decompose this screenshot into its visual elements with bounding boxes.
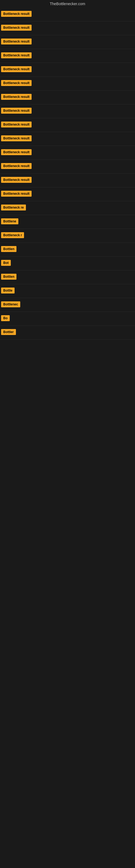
result-row[interactable]: Bottleneck result [0,22,135,35]
result-row[interactable]: Bottleneck result [0,174,135,187]
result-row[interactable]: Bottleneck result [0,91,135,104]
result-row[interactable]: Bottleneck re [0,201,135,215]
bottleneck-badge: Bottleneck result [1,38,32,44]
site-title-text: TheBottlenecker.com [50,2,85,6]
result-row[interactable]: Bottleneck result [0,160,135,174]
result-row[interactable]: Bottleneck result [0,8,135,22]
bottleneck-badge: Bottlenec [1,301,20,307]
bottleneck-badge: Bottlen [1,274,16,280]
bottleneck-badge: Bottleneck result [1,135,32,141]
result-row[interactable]: Bottleneck result [0,77,135,91]
bottleneck-badge: Bottleneck result [1,25,32,31]
bottleneck-badge: Bottleneck r [1,232,24,238]
bottleneck-badge: Bottleneck result [1,191,32,197]
bottleneck-badge: Bottleneck result [1,52,32,58]
bottleneck-badge: Bo [1,315,10,321]
bottleneck-badge: Bottleneck result [1,11,32,17]
result-row[interactable]: Bottleneck result [0,104,135,118]
bottleneck-badge: Bottle [1,287,14,293]
bottleneck-badge: Bottleneck result [1,163,32,169]
result-row[interactable]: Bottlenec [0,298,135,312]
result-row[interactable]: Bottlene [0,215,135,229]
result-row[interactable]: Bottlen [0,243,135,257]
result-row[interactable]: Bottlen [0,271,135,284]
result-row[interactable]: Bottleneck result [0,63,135,77]
bottleneck-badge: Bottleneck re [1,205,26,211]
result-row[interactable]: Bottleneck r [0,229,135,243]
rows-container: Bottleneck resultBottleneck resultBottle… [0,8,135,340]
bottleneck-badge: Bottler [1,329,16,335]
bottleneck-badge: Bottleneck result [1,149,32,155]
bottleneck-badge: Bottleneck result [1,177,32,183]
result-row[interactable]: Bottleneck result [0,132,135,146]
bottleneck-badge: Bottlen [1,246,16,252]
result-row[interactable]: Bot [0,257,135,271]
result-row[interactable]: Bottleneck result [0,187,135,201]
bottleneck-badge: Bottleneck result [1,108,32,114]
bottleneck-badge: Bot [1,260,11,266]
bottleneck-badge: Bottlene [1,218,18,224]
bottleneck-badge: Bottleneck result [1,122,32,127]
bottleneck-badge: Bottleneck result [1,66,32,72]
result-row[interactable]: Bottleneck result [0,49,135,63]
site-title: TheBottlenecker.com [0,0,135,8]
result-row[interactable]: Bottleneck result [0,118,135,132]
result-row[interactable]: Bottleneck result [0,146,135,160]
result-row[interactable]: Bottleneck result [0,35,135,49]
result-row[interactable]: Bottler [0,326,135,340]
result-row[interactable]: Bo [0,312,135,326]
bottleneck-badge: Bottleneck result [1,94,32,100]
bottleneck-badge: Bottleneck result [1,80,32,86]
result-row[interactable]: Bottle [0,284,135,298]
